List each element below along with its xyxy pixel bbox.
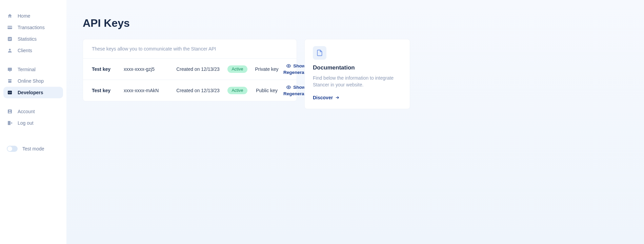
account-icon (7, 108, 13, 115)
content-row: These keys allow you to communicate with… (83, 39, 628, 109)
sidebar-item-developers[interactable]: Developers (3, 87, 63, 98)
test-mode-label: Test mode (22, 146, 44, 151)
user-icon (7, 47, 13, 54)
key-label: Test key (92, 88, 122, 93)
arrow-right-icon (335, 95, 340, 100)
sidebar-item-label: Transactions (18, 25, 45, 30)
documentation-title: Documentation (313, 64, 402, 71)
sidebar-item-home[interactable]: Home (3, 10, 63, 22)
discover-label: Discover (313, 95, 333, 100)
terminal-icon (7, 66, 13, 73)
status-badge: Active (227, 87, 247, 94)
key-created: Created on 12/13/23 (173, 88, 223, 93)
home-icon (7, 13, 13, 19)
sidebar: Home Transactions Statistics Clients (0, 0, 66, 244)
logout-icon (7, 120, 13, 126)
sidebar-item-label: Developers (18, 90, 43, 95)
key-masked: xxxx-xxxx-gzj5 (124, 66, 171, 72)
show-button[interactable]: Show (286, 63, 305, 68)
table-row: Test key xxxx-xxxx-mAkN Created on 12/13… (83, 80, 297, 101)
sidebar-item-label: Clients (18, 48, 32, 53)
sidebar-item-terminal[interactable]: Terminal (3, 64, 63, 75)
sidebar-item-label: Online Shop (18, 78, 44, 84)
nav-group-main: Home Transactions Statistics Clients (3, 10, 63, 56)
key-created: Created on 12/13/23 (173, 66, 223, 72)
svg-point-3 (9, 49, 11, 50)
nav-group-account: Account Log out (3, 106, 63, 129)
sidebar-item-label: Log out (18, 120, 34, 126)
main-content: API Keys These keys allow you to communi… (66, 0, 644, 244)
api-keys-table: Test key xxxx-xxxx-gzj5 Created on 12/13… (83, 59, 297, 101)
discover-link[interactable]: Discover (313, 95, 340, 100)
sidebar-item-label: Account (18, 109, 35, 114)
page-title: API Keys (83, 17, 628, 29)
sidebar-item-transactions[interactable]: Transactions (3, 22, 63, 33)
document-icon (313, 46, 326, 60)
sidebar-item-logout[interactable]: Log out (3, 117, 63, 129)
svg-point-11 (288, 87, 289, 88)
show-button[interactable]: Show (286, 85, 305, 90)
table-row: Test key xxxx-xxxx-gzj5 Created on 12/13… (83, 59, 297, 80)
status-badge: Active (227, 65, 247, 73)
shop-icon (7, 78, 13, 84)
chart-icon (7, 36, 13, 42)
sidebar-item-account[interactable]: Account (3, 106, 63, 117)
eye-icon (286, 85, 291, 90)
sidebar-item-online-shop[interactable]: Online Shop (3, 75, 63, 87)
sidebar-item-label: Home (18, 13, 30, 19)
sidebar-item-clients[interactable]: Clients (3, 45, 63, 56)
sidebar-item-label: Terminal (18, 67, 36, 72)
api-keys-card: These keys allow you to communicate with… (83, 39, 297, 101)
svg-point-8 (9, 110, 11, 111)
card-icon (7, 24, 13, 30)
code-icon (7, 89, 13, 96)
show-label: Show (293, 85, 305, 90)
api-keys-description: These keys allow you to communicate with… (83, 39, 297, 59)
key-masked: xxxx-xxxx-mAkN (124, 88, 171, 93)
svg-point-10 (288, 65, 289, 67)
documentation-description: Find below the information to integrate … (313, 75, 402, 88)
documentation-card: Documentation Find below the information… (304, 39, 410, 109)
svg-rect-1 (7, 27, 12, 27)
svg-rect-9 (8, 121, 11, 125)
sidebar-item-label: Statistics (18, 36, 37, 42)
svg-rect-5 (9, 71, 11, 72)
sidebar-item-statistics[interactable]: Statistics (3, 33, 63, 45)
svg-rect-4 (8, 68, 12, 71)
test-mode-row: Test mode (3, 143, 63, 155)
show-label: Show (293, 63, 305, 68)
key-type: Private key (251, 66, 282, 72)
key-type: Public key (251, 88, 282, 93)
eye-icon (286, 63, 291, 68)
key-label: Test key (92, 66, 122, 72)
nav-group-products: Terminal Online Shop Developers (3, 64, 63, 98)
test-mode-toggle[interactable] (7, 146, 18, 152)
